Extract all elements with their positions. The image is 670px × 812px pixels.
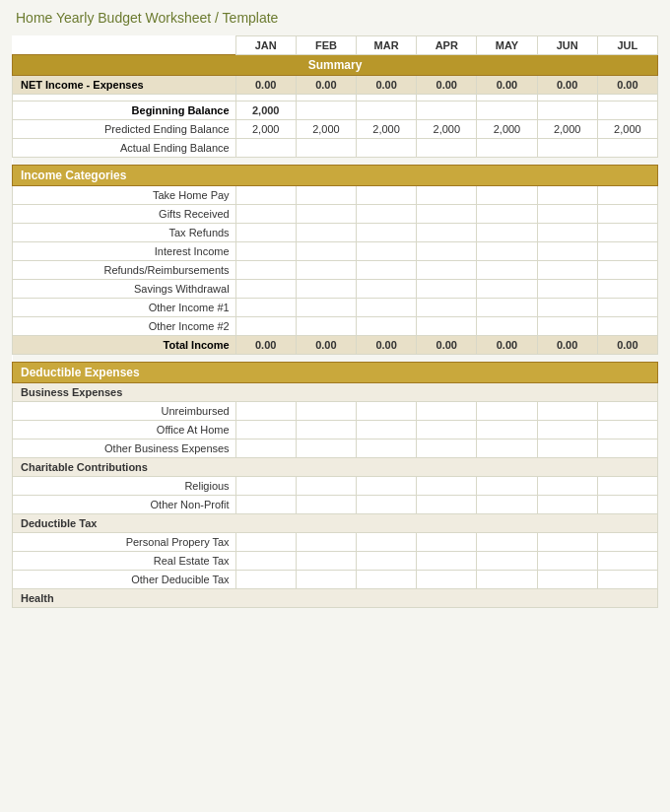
income-row-4: Refunds/Reimbursements [13, 261, 658, 280]
other-deducible-tax-label: Other Deducible Tax [13, 571, 236, 589]
income-refunds-reimbursements: Refunds/Reimbursements [13, 261, 236, 280]
income-row-7: Other Income #2 [13, 317, 658, 336]
spacer-2 [13, 158, 658, 166]
summary-section-header: Summary [13, 55, 658, 76]
net-income-label: NET Income - Expenses [13, 76, 236, 95]
net-income-row: NET Income - Expenses 0.00 0.00 0.00 0.0… [13, 76, 658, 95]
income-row-6: Other Income #1 [13, 299, 658, 317]
deductible-label: Deductible Expenses [13, 363, 658, 383]
business-row-1: Office At Home [13, 421, 658, 440]
page-container: Home Yearly Budget Worksheet / Template … [0, 0, 670, 618]
net-mar: 0.00 [357, 76, 417, 95]
income-interest-income: Interest Income [13, 242, 236, 261]
actual-label: Actual Ending Balance [13, 139, 236, 158]
deductible-tax-label: Deductible Tax [13, 514, 658, 533]
beginning-balance-row: Beginning Balance 2,000 [13, 102, 658, 120]
income-row-2: Tax Refunds [13, 224, 658, 242]
income-gifts-received: Gifts Received [13, 205, 236, 224]
pred-jan: 2,000 [235, 120, 296, 139]
total-jan: 0.00 [235, 336, 296, 355]
income-savings-withdrawal: Savings Withdrawal [13, 280, 236, 299]
charitable-label: Charitable Contributions [13, 458, 658, 477]
personal-property-tax-label: Personal Propery Tax [13, 533, 236, 552]
spacer-3 [13, 355, 658, 363]
office-home-label: Office At Home [13, 421, 236, 440]
income-label: Income Categories [13, 166, 658, 186]
total-jul: 0.00 [597, 336, 657, 355]
religious-label: Religious [13, 477, 236, 496]
deductible-tax-row-1: Real Estate Tax [13, 552, 658, 571]
total-may: 0.00 [477, 336, 537, 355]
pred-feb: 2,000 [296, 120, 356, 139]
other-nonprofit-label: Other Non-Profit [13, 496, 236, 514]
real-estate-tax-label: Real Estate Tax [13, 552, 236, 571]
net-apr: 0.00 [417, 76, 477, 95]
page-title: Home Yearly Budget Worksheet / Template [12, 10, 658, 26]
pred-apr: 2,000 [417, 120, 477, 139]
pred-may: 2,000 [477, 120, 537, 139]
summary-label: Summary [13, 55, 658, 76]
total-income-label: Total Income [13, 336, 236, 355]
net-jan: 0.00 [235, 76, 296, 95]
charitable-row-1: Other Non-Profit [13, 496, 658, 514]
income-row-5: Savings Withdrawal [13, 280, 658, 299]
total-mar: 0.00 [357, 336, 417, 355]
net-feb: 0.00 [296, 76, 356, 95]
income-other-1: Other Income #1 [13, 299, 236, 317]
header-jul: JUL [597, 36, 657, 55]
pred-jun: 2,000 [537, 120, 597, 139]
header-mar: MAR [357, 36, 417, 55]
total-income-row: Total Income 0.00 0.00 0.00 0.00 0.00 0.… [13, 336, 658, 355]
net-jun: 0.00 [537, 76, 597, 95]
income-row-3: Interest Income [13, 242, 658, 261]
beginning-balance-label: Beginning Balance [13, 102, 236, 120]
header-apr: APR [417, 36, 477, 55]
month-header-row: JAN FEB MAR APR MAY JUN JUL [13, 36, 658, 55]
predicted-balance-row: Predicted Ending Balance 2,000 2,000 2,0… [13, 120, 658, 139]
total-feb: 0.00 [296, 336, 356, 355]
income-tax-refunds: Tax Refunds [13, 224, 236, 242]
predicted-label: Predicted Ending Balance [13, 120, 236, 139]
unreimbursed-label: Unreimbursed [13, 402, 236, 421]
business-label: Business Expenses [13, 383, 658, 402]
charitable-header: Charitable Contributions [13, 458, 658, 477]
charitable-row-0: Religious [13, 477, 658, 496]
net-may: 0.00 [477, 76, 537, 95]
deductible-tax-header: Deductible Tax [13, 514, 658, 533]
actual-balance-row: Actual Ending Balance [13, 139, 658, 158]
header-jun: JUN [537, 36, 597, 55]
income-take-home-pay: Take Home Pay [13, 186, 236, 205]
beginning-balance-value: 2,000 [235, 102, 296, 120]
spacer-1 [13, 95, 658, 102]
pred-jul: 2,000 [597, 120, 657, 139]
income-section-header: Income Categories [13, 166, 658, 186]
header-jan: JAN [235, 36, 296, 55]
deductible-tax-row-0: Personal Propery Tax [13, 533, 658, 552]
income-other-2: Other Income #2 [13, 317, 236, 336]
income-row-1: Gifts Received [13, 205, 658, 224]
health-header: Health [13, 589, 658, 608]
header-feb: FEB [296, 36, 356, 55]
business-row-2: Other Business Expenses [13, 440, 658, 458]
header-may: MAY [477, 36, 537, 55]
budget-table: JAN FEB MAR APR MAY JUN JUL Summary NET … [12, 35, 658, 608]
other-business-label: Other Business Expenses [13, 440, 236, 458]
business-row-0: Unreimbursed [13, 402, 658, 421]
health-label: Health [13, 589, 658, 608]
deductible-tax-row-2: Other Deducible Tax [13, 571, 658, 589]
total-apr: 0.00 [417, 336, 477, 355]
income-row-0: Take Home Pay [13, 186, 658, 205]
label-header [13, 36, 236, 55]
pred-mar: 2,000 [357, 120, 417, 139]
business-expenses-header: Business Expenses [13, 383, 658, 402]
net-jul: 0.00 [597, 76, 657, 95]
total-jun: 0.00 [537, 336, 597, 355]
deductible-section-header: Deductible Expenses [13, 363, 658, 383]
